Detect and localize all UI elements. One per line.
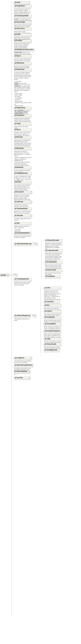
enum-item: - Mutoh marks xyxy=(14,100,32,102)
child-box[interactable]: pf:Label xyxy=(44,338,61,341)
collapse-icon[interactable]: − xyxy=(36,243,38,245)
connector-line xyxy=(13,70,14,70)
attr-box[interactable]: pf:DoubleSideMethod xyxy=(14,232,32,235)
attr-description: In case of PaintMode for solid backgroun… xyxy=(14,176,32,181)
expand-icon[interactable]: + xyxy=(30,191,32,193)
child-description: Date and time when the part was created. xyxy=(45,272,62,276)
root-label: pf:Part xyxy=(1,274,6,276)
attr-box[interactable]: pf:CropBoxes+ xyxy=(14,357,32,360)
child-box[interactable]: pf:CopyName xyxy=(45,275,61,278)
enum-item: - HP marks xyxy=(14,96,32,98)
attr-title: pf:TrueShapeNested xyxy=(15,278,31,280)
child-box[interactable]: pf:OverlapWhite xyxy=(44,323,61,326)
attr-box[interactable]: pf:CounterpartGUID xyxy=(14,14,32,18)
attr-box[interactable]: pf:SourcePage xyxy=(14,21,32,24)
child-box[interactable]: pf:isTile xyxy=(44,287,61,290)
attr-pf-Colorway: pf:Colorway+If defined the colorway to s… xyxy=(13,200,32,207)
expand-icon[interactable]: + xyxy=(29,377,31,379)
attr-box[interactable]: pf:BarCode xyxy=(14,136,32,139)
attr-box[interactable]: pf:SelectedCropBoxName xyxy=(14,364,33,367)
collapse-icon[interactable]: − xyxy=(35,315,36,317)
child-description: (Token) key for grouping parts to Time a… xyxy=(45,253,62,262)
root-box[interactable]: pf:Part + xyxy=(0,274,9,276)
group-pf-JobPartTilingGroup: pf:JobPartTilingGroupTiling related para… xyxy=(13,314,36,321)
expand-icon[interactable]: + xyxy=(29,371,31,373)
attr-box[interactable]: pf:TrueShapeNested xyxy=(14,278,32,281)
hatch-pattern xyxy=(14,130,31,132)
hatch-pattern xyxy=(44,340,61,341)
attr-box[interactable]: pf:MediaSizeCompensation xyxy=(14,48,34,52)
connector-line xyxy=(13,130,14,130)
attr-box[interactable]: pf:Document+ xyxy=(14,191,32,194)
hatch-pattern xyxy=(44,306,61,308)
enum-item: Bleed as defined by SolidBleedColor xyxy=(14,158,32,162)
attr-box[interactable]: pf:MarkerSize xyxy=(14,62,32,65)
attr-box[interactable]: pf:OriginalPart xyxy=(14,5,32,8)
child-box[interactable]: pf:PrintLeftLabel xyxy=(44,343,61,346)
attr-pf-GUID: pf:GUID xyxy=(13,1,30,5)
expand-icon[interactable]: + xyxy=(30,357,32,359)
attr-box[interactable]: pf:BleedType xyxy=(14,147,32,150)
sequence-compositor: − xyxy=(13,274,17,277)
connector-line xyxy=(13,63,14,64)
attr-box[interactable]: pf:ThumbnailGUID xyxy=(14,207,32,211)
attr-box[interactable]: pf:StepAndRepeat+ xyxy=(14,370,30,374)
hatch-pattern xyxy=(14,116,31,118)
connector-line xyxy=(42,324,44,324)
group-pf-JobPartNestingGroup: pf:JobPartNestingGroup− xyxy=(13,242,37,246)
child-box[interactable]: pf:AutoClose xyxy=(44,300,60,304)
expand-icon[interactable]: + xyxy=(7,274,9,276)
attr-box[interactable]: pf:Side xyxy=(14,222,32,226)
group-box[interactable]: pf:JobPartNestingGroup xyxy=(14,242,32,246)
child-title: pf:isTile xyxy=(45,287,61,288)
attr-box[interactable]: pf:SourceArea xyxy=(14,27,32,31)
attr-description: Border size around the part. Default 0 w… xyxy=(14,66,32,68)
child-box[interactable]: pf:PrintDeadline xyxy=(45,261,62,264)
connector-line xyxy=(42,344,44,344)
child-box[interactable]: pf:Row xyxy=(44,304,61,308)
attr-box[interactable]: pf:Scale xyxy=(14,33,32,36)
attr-box[interactable]: pf:Angle xyxy=(14,122,32,126)
enum-item: Bleed: the edge of the source xyxy=(14,157,32,158)
attr-title: pf:DoubleSideMethod xyxy=(15,232,31,234)
hatch-pattern xyxy=(14,183,31,184)
attr-box[interactable]: pf:Colorway+ xyxy=(14,200,32,204)
attr-box[interactable]: pf:Space xyxy=(14,55,32,58)
hatch-pattern xyxy=(14,193,31,194)
child-box[interactable]: pf:PhysicalGroupID xyxy=(45,239,62,242)
attr-box[interactable]: pf:Mirror xyxy=(14,128,32,132)
connector-line xyxy=(13,209,14,209)
child-box[interactable]: pf:DateCreated xyxy=(45,269,62,272)
connector-line xyxy=(13,168,14,168)
expand-icon[interactable]: + xyxy=(30,201,32,203)
attr-description: Job label being printed next to the part xyxy=(14,218,32,221)
attr-box[interactable]: pf:Orientation xyxy=(14,114,32,118)
child-box[interactable]: pf:PrintRightLabel xyxy=(44,349,60,352)
expand-icon[interactable]: + xyxy=(30,215,32,217)
hatch-pattern xyxy=(14,316,31,318)
hatch-pattern xyxy=(44,312,61,313)
child-box[interactable]: pf:LogicalGroupID xyxy=(45,249,62,253)
collapse-icon[interactable]: − xyxy=(16,274,18,276)
attr-box[interactable]: pf:Position xyxy=(14,39,32,43)
child-title: pf:PhysicalGroupID xyxy=(46,240,62,241)
attr-box[interactable]: pf:BleedSize xyxy=(14,166,32,170)
attr-title: pf:MarkerType xyxy=(15,68,31,70)
attr-box[interactable]: pf:JobLabel+ xyxy=(14,214,32,218)
enum-item: Document: select the area around the ble… xyxy=(14,162,32,166)
attr-title: pf:SourcePage xyxy=(15,21,31,23)
hatch-pattern xyxy=(14,50,34,52)
group-box[interactable]: pf:JobPartTilingGroup xyxy=(14,314,31,318)
child-box[interactable]: pf:Column xyxy=(44,310,61,314)
child-pf-PhysicalGroupID: pf:PhysicalGroupIDIdentifier for group t… xyxy=(43,239,62,250)
child-box[interactable]: pf:OverlapTransparent xyxy=(44,330,61,333)
attr-box[interactable]: pf:GUID xyxy=(14,1,30,5)
attr-box[interactable]: pf:SolidBleedColor xyxy=(14,172,32,176)
child-box[interactable]: pf:OverlapSize xyxy=(44,316,61,320)
attr-box[interactable]: pf:UserData+ xyxy=(14,376,30,380)
attr-box[interactable]: pf:PageScaling xyxy=(14,106,32,110)
attr-box[interactable]: pf:MarkerType xyxy=(14,68,32,72)
hatch-pattern xyxy=(14,138,31,139)
enum-item: Crop marks xyxy=(14,81,32,82)
attr-box[interactable]: pf:Border xyxy=(14,181,32,184)
